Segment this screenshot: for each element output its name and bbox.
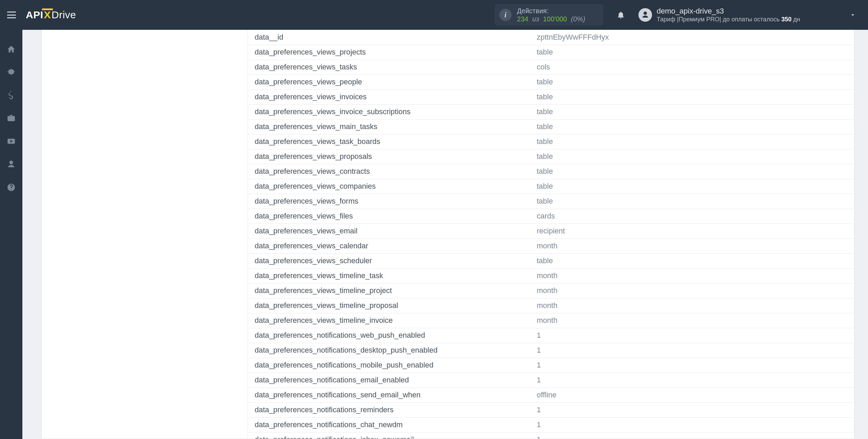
- field-key: data_preferences_notifications_send_emai…: [248, 388, 530, 402]
- field-key: data_preferences_notifications_mobile_pu…: [248, 358, 530, 373]
- briefcase-icon: [7, 114, 16, 123]
- field-value: 1: [530, 343, 854, 358]
- field-value: month: [530, 238, 854, 253]
- table-row: data_preferences_views_taskscols: [248, 60, 854, 75]
- field-key: data_preferences_views_calendar: [248, 238, 530, 253]
- table-row: data_preferences_views_task_boardstable: [248, 134, 854, 149]
- field-key: data_preferences_views_tasks: [248, 60, 530, 75]
- field-key: data__id: [248, 30, 530, 45]
- field-value: table: [530, 89, 854, 104]
- table-row: data_preferences_views_peopletable: [248, 75, 854, 89]
- field-value: recipient: [530, 224, 854, 238]
- sidebar-item-video[interactable]: [3, 133, 19, 149]
- field-value: table: [530, 134, 854, 149]
- notifications-button[interactable]: [613, 7, 628, 22]
- sidebar-item-work[interactable]: [3, 110, 19, 126]
- field-key: data_preferences_views_main_tasks: [248, 119, 530, 134]
- field-key: data_preferences_notifications_email_ena…: [248, 373, 530, 388]
- help-icon: [7, 183, 16, 192]
- field-key: data_preferences_views_proposals: [248, 149, 530, 164]
- field-value: table: [530, 119, 854, 134]
- user-avatar-icon: [641, 11, 649, 19]
- field-value: table: [530, 45, 854, 60]
- actions-total: 100'000: [543, 15, 567, 23]
- field-value: table: [530, 149, 854, 164]
- logo-api: API: [26, 9, 43, 21]
- table-row: data_preferences_views_contractstable: [248, 164, 854, 179]
- table-row: data_preferences_views_proposalstable: [248, 149, 854, 164]
- home-icon: [7, 45, 16, 54]
- field-value: 1: [530, 417, 854, 432]
- field-key: data_preferences_views_companies: [248, 179, 530, 194]
- field-value: 1: [530, 328, 854, 343]
- field-key: data_preferences_notifications_inbox_new…: [248, 432, 530, 439]
- table-row: data_preferences_notifications_inbox_new…: [248, 432, 854, 439]
- youtube-icon: [7, 137, 16, 146]
- field-value: month: [530, 313, 854, 328]
- avatar: [638, 8, 652, 22]
- field-key: data_preferences_views_timeline_proposal: [248, 298, 530, 313]
- field-key: data_preferences_views_scheduler: [248, 253, 530, 268]
- tariff-suffix: дн: [792, 16, 800, 23]
- bell-icon: [616, 11, 625, 19]
- field-key: data_preferences_views_forms: [248, 194, 530, 209]
- user-menu[interactable]: demo_apix-drive_s3 Тариф |Премиум PRO| д…: [638, 7, 858, 23]
- field-key: data_preferences_views_task_boards: [248, 134, 530, 149]
- data-table: data__idzpttnEbyWwFFFdHyxdata_preference…: [248, 30, 854, 439]
- table-row: data_preferences_views_invoice_subscript…: [248, 104, 854, 119]
- table-row: data_preferences_notifications_web_push_…: [248, 328, 854, 343]
- user-tariff: Тариф |Премиум PRO| до оплаты осталось 3…: [657, 16, 800, 23]
- table-row: data_preferences_views_invoicestable: [248, 89, 854, 104]
- field-key: data_preferences_notifications_desktop_p…: [248, 343, 530, 358]
- field-value: 1: [530, 358, 854, 373]
- field-key: data_preferences_views_invoices: [248, 89, 530, 104]
- menu-toggle[interactable]: [5, 9, 18, 21]
- field-value: 1: [530, 402, 854, 417]
- user-icon: [7, 160, 16, 169]
- user-name: demo_apix-drive_s3: [657, 7, 800, 15]
- table-row: data_preferences_views_formstable: [248, 194, 854, 209]
- table-row: data_preferences_views_timeline_invoicem…: [248, 313, 854, 328]
- field-key: data_preferences_views_email: [248, 224, 530, 238]
- field-value: table: [530, 179, 854, 194]
- table-row: data_preferences_views_companiestable: [248, 179, 854, 194]
- field-value: month: [530, 283, 854, 298]
- field-key: data_preferences_notifications_web_push_…: [248, 328, 530, 343]
- table-row: data_preferences_views_projectstable: [248, 45, 854, 60]
- field-value: table: [530, 164, 854, 179]
- sidebar-item-home[interactable]: [3, 41, 19, 57]
- table-row: data_preferences_notifications_send_emai…: [248, 388, 854, 402]
- sidebar-item-help[interactable]: [3, 180, 19, 195]
- logo-x: X: [44, 9, 51, 21]
- field-value: month: [530, 268, 854, 283]
- table-row: data_preferences_views_main_taskstable: [248, 119, 854, 134]
- tariff-prefix: Тариф |Премиум PRO| до оплаты осталось: [657, 16, 782, 23]
- table-row: data_preferences_notifications_desktop_p…: [248, 343, 854, 358]
- table-row: data_preferences_notifications_email_ena…: [248, 373, 854, 388]
- sidebar-item-account[interactable]: [3, 156, 19, 172]
- field-value: cards: [530, 209, 854, 224]
- field-key: data_preferences_notifications_reminders: [248, 402, 530, 417]
- table-row: data_preferences_notifications_reminders…: [248, 402, 854, 417]
- field-value: table: [530, 104, 854, 119]
- field-value: 1: [530, 432, 854, 439]
- table-row: data_preferences_views_timeline_proposal…: [248, 298, 854, 313]
- chevron-down-icon: [849, 11, 856, 19]
- app-header: APIXDrive i Действия: 234 из 100'000 (0%…: [0, 0, 868, 30]
- field-key: data_preferences_views_people: [248, 75, 530, 89]
- app-logo[interactable]: APIXDrive: [26, 9, 76, 21]
- panel-left-column: [42, 30, 248, 439]
- sidebar-item-connections[interactable]: [3, 64, 19, 80]
- sidebar-item-billing[interactable]: [3, 87, 19, 103]
- tariff-days: 350: [782, 16, 792, 23]
- actions-counter[interactable]: i Действия: 234 из 100'000 (0%): [495, 4, 603, 26]
- info-icon: i: [499, 9, 512, 21]
- field-key: data_preferences_views_projects: [248, 45, 530, 60]
- actions-counts: 234 из 100'000 (0%): [517, 15, 585, 23]
- field-key: data_preferences_views_invoice_subscript…: [248, 104, 530, 119]
- field-key: data_preferences_views_timeline_task: [248, 268, 530, 283]
- table-row: data_preferences_views_emailrecipient: [248, 224, 854, 238]
- field-value: table: [530, 194, 854, 209]
- dollar-icon: [7, 91, 16, 100]
- field-key: data_preferences_notifications_chat_newd…: [248, 417, 530, 432]
